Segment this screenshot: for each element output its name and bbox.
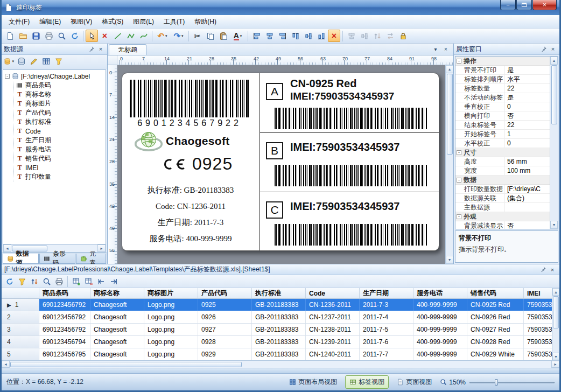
- cell[interactable]: 75903534345937: [524, 348, 552, 360]
- zoom-slider-thumb[interactable]: [495, 379, 498, 386]
- copy-button[interactable]: [204, 30, 216, 42]
- last-record-button[interactable]: [108, 276, 119, 287]
- row-header[interactable]: ▶1: [2, 299, 39, 311]
- info-text-block[interactable]: 执行标准: GB-201183383 Code: CN-1236-2011 生产…: [122, 182, 259, 247]
- pin-icon[interactable]: [538, 265, 547, 274]
- collapse-icon[interactable]: -: [457, 59, 461, 64]
- menu-tools[interactable]: 工具(T): [159, 15, 190, 29]
- cell[interactable]: 75903534345937: [524, 299, 552, 311]
- cell[interactable]: Chaogesoft: [90, 336, 144, 348]
- property-row[interactable]: 打印数量数据[F:\drieya\C: [455, 185, 550, 194]
- remove-datasource-button[interactable]: [16, 56, 27, 67]
- page-layout-view-button[interactable]: 页面布局视图: [285, 375, 341, 389]
- cell[interactable]: 0928: [198, 336, 252, 348]
- property-category[interactable]: -操作: [455, 57, 550, 66]
- filter-data-button[interactable]: [16, 276, 27, 287]
- align-top-button[interactable]: [289, 30, 301, 42]
- tree-item-text-field[interactable]: T生产日期: [16, 136, 106, 145]
- section-a-barcode[interactable]: [275, 108, 428, 129]
- design-canvas[interactable]: 6901234567922 Chaogesoft 0925 执行标准: GB-2…: [117, 65, 445, 264]
- scroll-up-icon[interactable]: ▴: [446, 65, 453, 73]
- cell[interactable]: 2011-7-6: [360, 336, 413, 348]
- distribute-vertical-button[interactable]: [384, 30, 396, 42]
- section-letter-c[interactable]: C: [266, 201, 283, 219]
- preview-data-button[interactable]: [41, 276, 52, 287]
- cell[interactable]: 690123456792: [39, 299, 90, 311]
- undo-button[interactable]: ↶▾: [155, 30, 170, 42]
- column-header[interactable]: 商品条码: [39, 288, 90, 298]
- grid-vertical-scrollbar[interactable]: ▴ ▾: [552, 288, 559, 360]
- label-view-button[interactable]: 标签视图: [345, 375, 389, 389]
- align-right-button[interactable]: [276, 30, 289, 42]
- open-button[interactable]: [17, 30, 29, 42]
- delete-record-button[interactable]: [83, 276, 94, 287]
- property-row[interactable]: 宽度100 mm: [455, 166, 550, 176]
- property-row[interactable]: 数据源关联(集合): [455, 194, 550, 203]
- canvas-vertical-scrollbar[interactable]: ▴ ▾: [445, 65, 453, 264]
- section-c-barcode[interactable]: [275, 224, 428, 246]
- cell[interactable]: 2011-7-3: [360, 299, 413, 311]
- zoom-control[interactable]: 150%: [440, 379, 466, 386]
- row-header[interactable]: 3: [2, 324, 39, 335]
- cell[interactable]: GB-201183383: [252, 348, 306, 360]
- tab-elements[interactable]: 元素: [76, 254, 106, 264]
- table-row[interactable]: 5 690123456795 Chaogesoft Logo.png 0929 …: [2, 348, 559, 360]
- column-header[interactable]: IMEI: [524, 288, 552, 298]
- align-middle-button[interactable]: [302, 30, 314, 42]
- cell[interactable]: Logo.png: [144, 299, 198, 311]
- paste-button[interactable]: [217, 30, 229, 42]
- info-line[interactable]: 生产日期: 2011-7-3: [122, 214, 259, 230]
- refresh-button[interactable]: [68, 30, 81, 42]
- filter-datasource-button[interactable]: [53, 56, 64, 67]
- cell[interactable]: 75903534345937: [524, 311, 552, 323]
- brand-name-text[interactable]: Chaogesoft: [166, 135, 230, 148]
- cell[interactable]: Logo.png: [144, 324, 198, 335]
- panel-close-icon[interactable]: ×: [548, 265, 557, 274]
- scrollbar-track[interactable]: [446, 155, 453, 256]
- cell[interactable]: GB-201183383: [252, 324, 306, 335]
- cell[interactable]: 690123456792: [39, 311, 90, 323]
- property-row[interactable]: 主数据源: [455, 203, 550, 212]
- cell[interactable]: 400-999-9999: [413, 299, 467, 311]
- collapse-icon[interactable]: -: [457, 214, 461, 219]
- cell[interactable]: 2011-7-4: [360, 311, 413, 323]
- property-row[interactable]: 开始标签号1: [455, 130, 550, 139]
- info-line[interactable]: 服务电话: 400-999-9999: [122, 230, 259, 247]
- align-bottom-button[interactable]: [315, 30, 327, 42]
- pin-icon[interactable]: [87, 45, 95, 53]
- select-tool-button[interactable]: [86, 30, 98, 42]
- property-row[interactable]: 标签数量22: [455, 84, 550, 93]
- tree-root-node[interactable]: - [F:\drieya\Chaoge.Label: [5, 72, 106, 81]
- cell[interactable]: CN-0928 Red: [467, 336, 524, 348]
- redo-button[interactable]: ↷▾: [171, 30, 186, 42]
- print-data-button[interactable]: [53, 276, 65, 287]
- menu-edit[interactable]: 编辑(E): [34, 15, 66, 29]
- property-row[interactable]: 横向打印否: [455, 111, 550, 121]
- column-header[interactable]: 产品代码: [198, 288, 252, 298]
- scroll-down-icon[interactable]: ▾: [550, 221, 558, 229]
- cell[interactable]: CN-1238-2011: [306, 324, 360, 335]
- panel-close-icon[interactable]: ×: [549, 45, 557, 53]
- cell[interactable]: Chaogesoft: [90, 348, 144, 360]
- panel-close-icon[interactable]: ×: [96, 45, 105, 53]
- print-button[interactable]: [43, 30, 55, 42]
- cell[interactable]: Chaogesoft: [90, 324, 144, 335]
- table-row[interactable]: ▶1 690123456792 Chaogesoft Logo.png 0925…: [2, 299, 559, 311]
- cell[interactable]: 400-999-9999: [413, 336, 467, 348]
- cell[interactable]: 690123456795: [39, 348, 90, 360]
- cell[interactable]: CN-1239-2011: [306, 336, 360, 348]
- tree-item-text-field[interactable]: T打印数量: [16, 172, 106, 181]
- property-row[interactable]: 背景不打印是: [455, 66, 550, 75]
- tab-datasource[interactable]: 数据源: [3, 254, 39, 264]
- scrollbar-thumb[interactable]: [551, 65, 557, 124]
- collapse-icon[interactable]: -: [457, 150, 461, 155]
- cut-button[interactable]: ✂: [191, 30, 204, 42]
- info-line[interactable]: 执行标准: GB-201183383: [122, 182, 259, 198]
- table-corner[interactable]: [2, 288, 39, 298]
- table-row[interactable]: 4 690123456794 Chaogesoft Logo.png 0928 …: [2, 336, 559, 348]
- tree-item-text-field[interactable]: TCode: [16, 127, 106, 136]
- lock-object-button[interactable]: [397, 30, 409, 42]
- refresh-data-button[interactable]: [4, 276, 15, 287]
- draw-curve-button[interactable]: [137, 30, 150, 42]
- section-b-barcode[interactable]: [275, 165, 428, 186]
